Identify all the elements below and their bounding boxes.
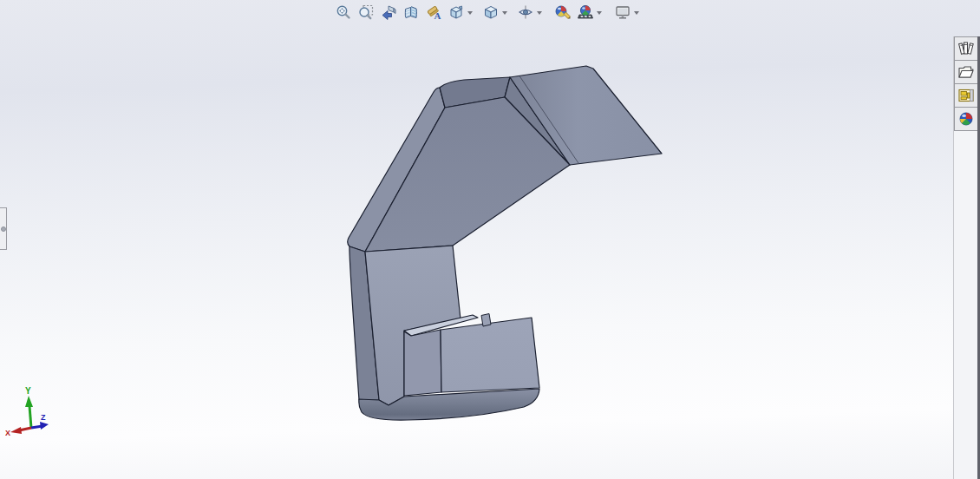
part-notch — [481, 314, 491, 327]
appearances-scenes-icon[interactable] — [954, 107, 977, 131]
part-face-box-left — [404, 330, 441, 396]
panel-expand-handle — [1, 226, 6, 232]
file-explorer-icon[interactable] — [954, 60, 977, 84]
triad-x-label: X — [5, 429, 10, 437]
task-pane-strip — [953, 36, 980, 479]
view-palette-icon[interactable] — [954, 83, 977, 108]
triad-y-label: Y — [25, 386, 31, 396]
design-library-icon[interactable] — [954, 36, 977, 61]
part-model[interactable] — [0, 0, 980, 479]
cad-viewport: A — [0, 0, 980, 479]
reference-triad: Y X Z — [5, 384, 59, 443]
left-panel-collapsed-tab[interactable] — [0, 207, 7, 250]
task-pane-empty-area — [954, 131, 977, 479]
part-face-box-right — [441, 318, 539, 392]
triad-z-label: Z — [41, 413, 46, 422]
